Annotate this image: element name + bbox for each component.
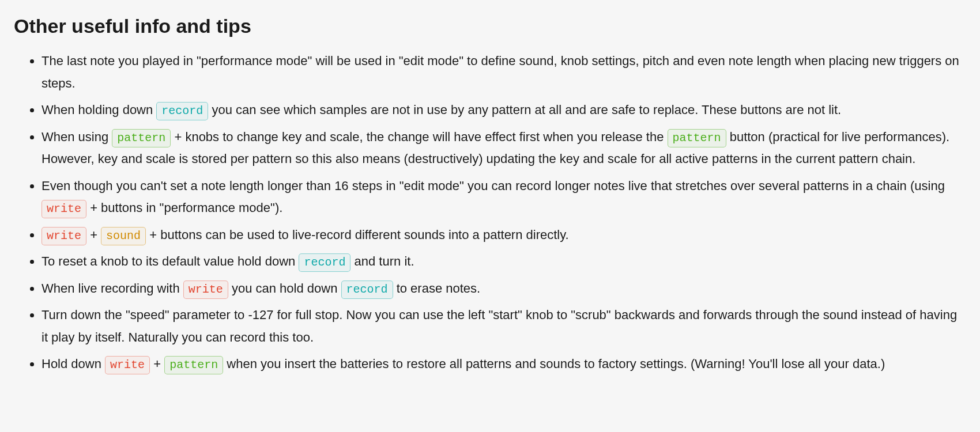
key-record: record — [156, 102, 208, 120]
list-item: Hold down write + pattern when you inser… — [42, 353, 966, 376]
key-record: record — [341, 281, 393, 299]
key-write: write — [42, 227, 86, 245]
list-item: Even though you can't set a note length … — [42, 175, 966, 219]
tip-text: When using — [42, 130, 112, 144]
tip-text: and turn it. — [355, 254, 414, 268]
list-item: Turn down the "speed" parameter to -127 … — [42, 304, 966, 348]
key-pattern: pattern — [164, 356, 223, 374]
list-item: When live recording with write you can h… — [42, 278, 966, 300]
key-sound: sound — [101, 227, 146, 245]
list-item: When using pattern + knobs to change key… — [42, 126, 966, 170]
tip-text: + knobs to change key and scale, the cha… — [174, 130, 667, 144]
tip-text: + — [90, 228, 101, 242]
list-item: To reset a knob to its default value hol… — [42, 251, 966, 273]
tips-list: The last note you played in "performance… — [14, 50, 966, 376]
tip-text: + buttons in "performance mode"). — [90, 200, 282, 215]
tip-text: + buttons can be used to live-record dif… — [149, 228, 568, 242]
tip-text: When live recording with — [42, 281, 183, 295]
tip-text: you can see which samples are not in use… — [212, 103, 842, 117]
tip-text: When holding down — [42, 103, 156, 117]
tip-text: Hold down — [42, 357, 105, 371]
key-pattern: pattern — [668, 129, 726, 147]
key-write: write — [105, 356, 150, 374]
tip-text: The last note you played in "performance… — [42, 54, 959, 90]
list-item: write + sound + buttons can be used to l… — [42, 224, 966, 247]
tip-text: to erase notes. — [397, 281, 481, 295]
tip-text: To reset a knob to its default value hol… — [42, 254, 299, 268]
tip-text: Turn down the "speed" parameter to -127 … — [42, 308, 957, 344]
list-item: The last note you played in "performance… — [42, 50, 966, 94]
key-pattern: pattern — [112, 129, 171, 147]
tip-text: Even though you can't set a note length … — [42, 179, 945, 193]
tip-text: you can hold down — [232, 281, 341, 295]
key-record: record — [299, 253, 350, 272]
list-item: When holding down record you can see whi… — [42, 99, 966, 122]
section-heading: Other useful info and tips — [14, 12, 966, 41]
key-write: write — [42, 200, 86, 218]
tip-text: when you insert the batteries to restore… — [227, 357, 885, 371]
key-write: write — [183, 281, 228, 299]
tip-text: + — [153, 357, 164, 371]
